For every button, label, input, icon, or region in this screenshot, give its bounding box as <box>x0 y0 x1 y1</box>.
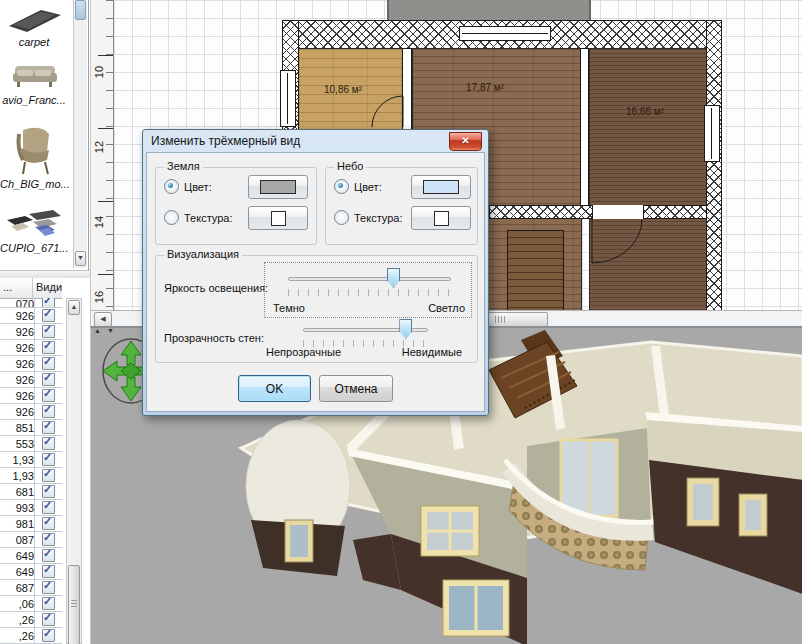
table-row[interactable]: 553 <box>0 436 62 452</box>
scroll-down-icon[interactable]: ▼ <box>75 251 86 266</box>
visible-checkbox[interactable] <box>42 421 55 434</box>
catalog-item-carpet[interactable]: carpet <box>0 4 68 48</box>
modify-3d-view-dialog: Изменить трёхмерный вид ✕ Земля Цвет: Те… <box>142 129 489 416</box>
visible-checkbox[interactable] <box>42 405 55 418</box>
table-row[interactable]: ,06 <box>0 596 62 612</box>
ground-color-option[interactable]: Цвет: <box>164 179 212 194</box>
table-row[interactable]: 851 <box>0 420 62 436</box>
sky-color-option[interactable]: Цвет: <box>334 179 382 194</box>
ground-texture-option[interactable]: Текстура: <box>164 210 233 225</box>
transparency-slider[interactable]: Непрозрачные Невидимые <box>264 316 470 360</box>
transparency-max-label: Невидимые <box>402 346 462 358</box>
brightness-slider-track[interactable] <box>288 277 451 281</box>
table-row[interactable]: 687 <box>0 580 62 596</box>
row-value: 926 <box>0 374 34 386</box>
transparency-min-label: Непрозрачные <box>266 346 341 358</box>
row-value: ,06 <box>0 598 34 610</box>
row-visible-cell <box>34 548 62 563</box>
table-row[interactable]: 926 <box>0 308 62 324</box>
sky-texture-button[interactable] <box>411 206 471 230</box>
visible-checkbox[interactable] <box>42 309 55 322</box>
ground-group-label: Земля <box>164 160 203 172</box>
table-row[interactable]: 649 <box>0 564 62 580</box>
ground-texture-radio[interactable] <box>164 210 179 225</box>
room-area-label: 17,87 м² <box>466 82 504 93</box>
table-row[interactable]: ,26 <box>0 612 62 628</box>
row-value: 1,93 <box>0 454 34 466</box>
visible-checkbox[interactable] <box>42 629 55 642</box>
ruler-label: 12 <box>93 139 105 155</box>
catalog-item-armchair[interactable]: Ch_BIG_mo... <box>0 122 68 190</box>
sky-texture-radio[interactable] <box>334 210 349 225</box>
dialog-title: Изменить трёхмерный вид <box>151 130 300 152</box>
catalog-item-cupio[interactable]: CUPIO_671... <box>0 206 68 254</box>
visible-checkbox[interactable] <box>42 501 55 514</box>
column-header-visible[interactable]: Види... <box>33 278 62 298</box>
table-row[interactable]: 993 <box>0 500 62 516</box>
visible-checkbox[interactable] <box>42 565 55 578</box>
ok-button[interactable]: OK <box>238 375 311 402</box>
visible-checkbox[interactable] <box>42 341 55 354</box>
vertical-ruler: 10 12 14 16 <box>91 0 114 310</box>
table-row[interactable]: 649 <box>0 548 62 564</box>
room-area-label: 16,66 м² <box>626 106 664 117</box>
table-row[interactable]: 926 <box>0 388 62 404</box>
visible-checkbox[interactable] <box>42 533 55 546</box>
row-value: 926 <box>0 358 34 370</box>
collapse-down-icon[interactable]: ▼ <box>107 327 114 335</box>
brightness-slider[interactable]: Темно Светло <box>264 262 472 318</box>
table-row[interactable]: 926 <box>0 324 62 340</box>
table-scrollbar-thumb[interactable] <box>68 565 80 644</box>
visible-checkbox[interactable] <box>42 357 55 370</box>
visible-checkbox[interactable] <box>42 453 55 466</box>
visible-checkbox[interactable] <box>42 613 55 626</box>
catalog-item-label: Ch_BIG_mo... <box>0 178 68 190</box>
table-row[interactable]: 981 <box>0 516 62 532</box>
table-scrollbar[interactable]: ▲ <box>66 298 82 644</box>
close-icon[interactable]: ✕ <box>449 132 482 151</box>
table-row[interactable]: 926 <box>0 404 62 420</box>
splitter-buttons[interactable]: ▲ ▼ <box>94 327 120 335</box>
sky-color-radio[interactable] <box>334 179 349 194</box>
table-row[interactable]: 926 <box>0 340 62 356</box>
visible-checkbox[interactable] <box>42 437 55 450</box>
visible-checkbox[interactable] <box>42 597 55 610</box>
catalog-scrollbar[interactable]: ▼ <box>73 0 87 268</box>
table-row[interactable]: 087 <box>0 532 62 548</box>
brightness-slider-thumb[interactable] <box>387 268 400 288</box>
table-row[interactable]: 926 <box>0 356 62 372</box>
table-row[interactable]: 681 <box>0 484 62 500</box>
table-row[interactable]: 926 <box>0 372 62 388</box>
table-row[interactable]: ,26 <box>0 628 62 644</box>
visible-checkbox[interactable] <box>42 485 55 498</box>
catalog-item-sofa[interactable]: avio_Franc... <box>0 56 68 106</box>
visible-checkbox[interactable] <box>42 549 55 562</box>
visible-checkbox[interactable] <box>42 389 55 402</box>
sky-texture-option[interactable]: Текстура: <box>334 210 403 225</box>
visible-checkbox[interactable] <box>42 469 55 482</box>
visible-checkbox[interactable] <box>42 581 55 594</box>
table-row[interactable]: 1,93 <box>0 452 62 468</box>
row-visible-cell <box>34 580 62 595</box>
compass-center-icon[interactable] <box>121 363 141 379</box>
ruler-major-ticks <box>98 55 113 326</box>
transparency-slider-thumb[interactable] <box>399 319 412 339</box>
visible-checkbox[interactable] <box>42 373 55 386</box>
catalog-scrollbar-thumb[interactable] <box>75 0 86 20</box>
cancel-button[interactable]: Отмена <box>319 375 393 402</box>
table-row[interactable]: 1,93 <box>0 468 62 484</box>
compass-up-icon[interactable] <box>121 341 141 365</box>
ground-color-button[interactable] <box>248 175 308 199</box>
ground-texture-label: Текстура: <box>184 212 233 224</box>
scroll-up-icon[interactable]: ▲ <box>68 300 80 315</box>
column-header[interactable]: ... <box>0 278 33 298</box>
table-row[interactable]: 070 <box>0 298 62 308</box>
ground-color-radio[interactable] <box>164 179 179 194</box>
visible-checkbox[interactable] <box>42 325 55 338</box>
sky-color-button[interactable] <box>411 175 471 199</box>
visible-checkbox[interactable] <box>42 517 55 530</box>
ground-texture-button[interactable] <box>248 206 308 230</box>
collapse-up-icon[interactable]: ▲ <box>94 327 101 335</box>
compass-down-icon[interactable] <box>121 377 141 401</box>
scroll-left-icon[interactable]: ◀ <box>94 312 112 326</box>
